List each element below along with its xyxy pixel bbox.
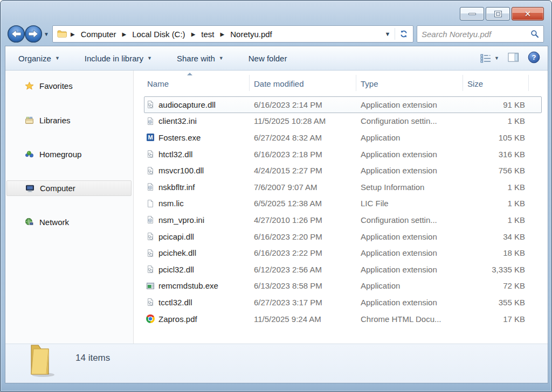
file-row-fosters-exe[interactable]: MFosters.exe6/27/2024 8:32 AMApplication…: [134, 129, 548, 146]
sidebar-item-computer[interactable]: Computer: [6, 180, 132, 196]
file-row-msvcr100-dll[interactable]: msvcr100.dll4/24/2015 2:27 PMApplication…: [134, 162, 548, 179]
maximize-button[interactable]: [486, 7, 510, 20]
file-name: nsm_vpro.ini: [158, 215, 204, 225]
column-header-filler: [529, 71, 548, 96]
sidebar-item-label: Libraries: [39, 116, 71, 125]
breadcrumb[interactable]: ▶Computer▶Local Disk (C:)▶test▶Noretyu.p…: [52, 25, 413, 43]
file-name-cell: MFosters.exe: [134, 133, 250, 142]
close-icon: ✕: [525, 10, 532, 18]
dll-gears-icon: [146, 298, 155, 306]
sidebar-item-network[interactable]: Network: [6, 214, 132, 230]
dll-gears-icon: [146, 166, 155, 175]
file-date: 6/27/2023 3:17 PM: [250, 298, 356, 307]
file-name-cell: Zapros.pdf: [134, 314, 250, 324]
file-size: 1 KB: [463, 183, 529, 192]
search-input[interactable]: [422, 30, 530, 39]
sidebar-item-homegroup[interactable]: Homegroup: [6, 146, 132, 162]
file-size: 355 KB: [463, 298, 529, 307]
file-size: 316 KB: [463, 150, 529, 159]
sidebar-item-label: Homegroup: [39, 150, 81, 159]
file-row-nskbfltr-inf[interactable]: nskbfltr.inf7/6/2007 9:07 AMSetup Inform…: [134, 179, 548, 195]
refresh-icon: [399, 30, 408, 38]
command-bar-right: ▼ ?: [480, 51, 540, 66]
column-header-date-modified[interactable]: Date modified: [250, 71, 356, 96]
file-row-pcicapi-dll[interactable]: pcicapi.dll6/16/2023 2:20 PMApplication …: [134, 228, 548, 245]
preview-pane-button[interactable]: [508, 52, 519, 65]
file-row-remcmdstub-exe[interactable]: remcmdstub.exe6/13/2023 8:58 PMApplicati…: [134, 278, 548, 295]
breadcrumb-chevron[interactable]: ▶: [188, 31, 199, 37]
sort-ascending-icon: [187, 73, 192, 75]
file-size: 91 KB: [463, 100, 529, 109]
breadcrumb-chevron[interactable]: ▶: [67, 31, 79, 37]
file-row-pcichek-dll[interactable]: pcichek.dll6/16/2023 2:22 PMApplication …: [134, 244, 548, 261]
file-row-pcicl32-dll[interactable]: pcicl32.dll6/12/2023 2:56 AMApplication …: [134, 261, 548, 278]
breadcrumb-item-computer[interactable]: Computer: [79, 29, 119, 40]
file-row-client32-ini[interactable]: client32.ini11/5/2025 10:28 AMConfigurat…: [134, 113, 548, 130]
column-header-label: Size: [467, 79, 483, 88]
column-header-label: Type: [361, 79, 378, 88]
file-size: 72 KB: [463, 281, 529, 290]
forward-button[interactable]: [24, 25, 43, 43]
file-row-htctl32-dll[interactable]: htctl32.dll6/16/2023 2:18 PMApplication …: [134, 146, 548, 163]
content-frame: Organize▼Include in library▼Share with▼N…: [5, 46, 548, 383]
toolbar-button-organize[interactable]: Organize▼: [13, 51, 65, 66]
file-name: msvcr100.dll: [158, 166, 204, 175]
file-name: remcmdstub.exe: [158, 281, 218, 290]
breadcrumb-chevron[interactable]: ▶: [217, 31, 229, 37]
homegroup-icon: [25, 150, 34, 159]
exe-m-icon: M: [146, 133, 155, 142]
breadcrumb-chevron[interactable]: ▶: [119, 31, 130, 37]
file-name: nskbfltr.inf: [158, 183, 195, 192]
breadcrumb-item-noretyu-pdf[interactable]: Noretyu.pdf: [228, 29, 274, 40]
file-size: 1 KB: [463, 116, 529, 125]
file-name: client32.ini: [158, 116, 197, 125]
sidebar-item-favorites[interactable]: Favorites: [6, 78, 132, 94]
file-row-tcctl32-dll[interactable]: tcctl32.dll6/27/2023 3:17 PMApplication …: [134, 294, 548, 311]
file-name: audiocapture.dll: [158, 100, 216, 109]
file-row-nsm-vpro-ini[interactable]: nsm_vpro.ini4/27/2010 1:26 PMConfigurati…: [134, 212, 548, 228]
file-type: Application: [356, 133, 463, 142]
file-name-cell: nsm.lic: [134, 199, 250, 208]
toolbar-button-include-in-library[interactable]: Include in library▼: [79, 51, 157, 66]
chrome-icon: [146, 314, 155, 323]
file-row-zapros-pdf[interactable]: Zapros.pdf11/5/2025 9:24 AMChrome HTML D…: [134, 311, 548, 327]
window-controls: ✕: [460, 7, 544, 20]
breadcrumb-item-local-disk-c[interactable]: Local Disk (C:): [130, 29, 187, 40]
column-header-size[interactable]: Size: [463, 71, 529, 96]
chevron-down-icon: ▼: [494, 55, 499, 61]
address-dropdown-button[interactable]: ▼: [381, 31, 395, 37]
sidebar-item-libraries[interactable]: Libraries: [6, 113, 132, 128]
change-view-button[interactable]: ▼: [480, 53, 499, 64]
column-header-label: Date modified: [254, 79, 304, 88]
toolbar-button-share-with[interactable]: Share with▼: [171, 51, 229, 66]
file-type: Application extension: [356, 166, 463, 175]
close-button[interactable]: ✕: [512, 7, 544, 20]
file-name: tcctl32.dll: [158, 298, 192, 307]
app-window-icon: [146, 282, 155, 290]
file-name: htctl32.dll: [158, 150, 192, 159]
ini-gear-icon: [146, 215, 155, 224]
minimize-button[interactable]: [460, 7, 484, 20]
help-button[interactable]: ?: [528, 51, 540, 66]
back-button[interactable]: [7, 25, 25, 43]
file-row-nsm-lic[interactable]: nsm.lic6/5/2025 12:38 AMLIC File1 KB: [134, 195, 548, 212]
toolbar-button-new-folder[interactable]: New folder: [243, 51, 293, 66]
file-row-audiocapture-dll[interactable]: audiocapture.dll6/16/2023 2:14 PMApplica…: [134, 96, 548, 113]
column-header-type[interactable]: Type: [356, 71, 463, 96]
column-header-name[interactable]: Name: [134, 71, 250, 96]
file-name: pcichek.dll: [158, 248, 196, 257]
recent-pages-button[interactable]: ▼: [44, 31, 49, 37]
refresh-button[interactable]: [395, 30, 412, 38]
toolbar-button-label: New folder: [249, 54, 287, 63]
views-icon: [480, 53, 492, 64]
file-name: pcicl32.dll: [158, 265, 194, 274]
file-type: Application extension: [356, 232, 463, 241]
search-icon[interactable]: [530, 30, 539, 38]
breadcrumb-item-test[interactable]: test: [199, 29, 216, 40]
chevron-down-icon: ▼: [147, 55, 152, 61]
details-pane: 14 items: [5, 344, 548, 383]
big-folder-icon: [24, 341, 59, 380]
file-type: Application extension: [356, 150, 463, 159]
dll-gears-icon: [146, 232, 155, 241]
file-date: 6/13/2023 8:58 PM: [250, 281, 356, 290]
